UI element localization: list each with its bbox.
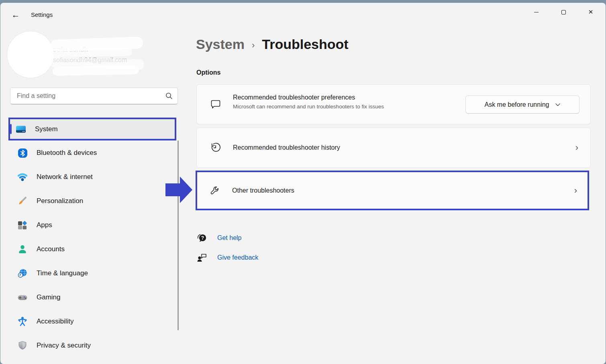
sidebar-item-label: System <box>35 125 58 133</box>
card-title: Other troubleshooters <box>232 187 294 194</box>
chevron-down-icon <box>555 103 560 106</box>
annotation-box-other-troubleshooters: Other troubleshooters › <box>196 171 589 210</box>
options-section-label: Options <box>196 69 220 76</box>
card-title: Recommended troubleshooter history <box>233 144 340 151</box>
privacy-security-icon <box>17 340 28 351</box>
wrench-icon <box>209 185 220 196</box>
sidebar-item-label: Bluetooth & devices <box>37 149 97 157</box>
search-icon <box>165 92 173 100</box>
sidebar-item-system[interactable]: System <box>10 119 175 139</box>
sidebar-item-bluetooth-devices[interactable]: Bluetooth & devices <box>10 143 176 163</box>
minimize-icon <box>534 12 539 12</box>
avatar[interactable] <box>7 31 54 78</box>
accounts-icon <box>17 244 28 254</box>
card-recommended-troubleshooter-preferences: Recommended troubleshooter preferences M… <box>196 84 591 124</box>
sidebar-item-accounts[interactable]: Accounts <box>10 240 176 259</box>
search-box <box>10 87 178 104</box>
give-feedback-row[interactable]: Give feedback <box>196 252 258 263</box>
sidebar-item-network-internet[interactable]: Network & internet <box>10 167 176 187</box>
sidebar-item-label: Time & language <box>37 269 88 277</box>
chevron-right-icon: › <box>575 142 578 153</box>
sidebar-item-label: Personalization <box>37 197 83 205</box>
get-help-link[interactable]: Get help <box>217 234 241 242</box>
gaming-icon <box>17 292 28 303</box>
sidebar-item-label: Accounts <box>37 245 65 253</box>
sidebar-item-label: Network & internet <box>37 173 93 181</box>
sidebar-item-gaming[interactable]: Gaming <box>10 288 176 307</box>
history-icon <box>210 142 221 153</box>
accessibility-icon <box>17 316 28 327</box>
app-title: Settings <box>31 11 53 18</box>
sidebar-item-time-language[interactable]: Time & language <box>10 264 176 283</box>
annotation-arrow <box>165 176 193 203</box>
sidebar-item-label: Privacy & security <box>37 342 91 350</box>
maximize-button[interactable] <box>554 5 573 19</box>
card-other-troubleshooters[interactable]: Other troubleshooters › <box>197 172 588 209</box>
sidebar-item-label: Gaming <box>37 293 61 301</box>
minimize-button[interactable] <box>527 5 545 19</box>
sidebar-item-personalization[interactable]: Personalization <box>10 191 176 211</box>
card-recommended-troubleshooter-history[interactable]: Recommended troubleshooter history › <box>196 128 591 168</box>
redaction-scribble <box>48 47 132 57</box>
page-title: Troubleshoot <box>262 37 348 52</box>
svg-text:?: ? <box>201 235 204 241</box>
card-subtitle: Microsoft can recommend and run troubles… <box>233 104 384 110</box>
back-button[interactable]: ← <box>9 9 22 20</box>
comment-icon <box>210 99 221 110</box>
sidebar-item-accessibility[interactable]: Accessibility <box>10 312 176 331</box>
sidebar-item-apps[interactable]: Apps <box>10 216 176 235</box>
settings-window: ← Settings ✕ sofia sondh sofiasondh94@gm… <box>0 3 606 364</box>
selected-indicator <box>10 124 12 134</box>
apps-icon <box>17 220 28 230</box>
close-button[interactable]: ✕ <box>582 5 600 19</box>
search-input[interactable] <box>17 92 165 100</box>
bluetooth-icon <box>17 148 28 158</box>
time-language-icon <box>17 268 28 279</box>
breadcrumb-system[interactable]: System <box>196 37 245 52</box>
chevron-right-icon: › <box>574 185 577 196</box>
annotation-box-system: System <box>8 118 176 140</box>
sidebar-item-label: Accessibility <box>37 317 74 325</box>
get-help-row[interactable]: ? Get help <box>196 232 241 244</box>
system-icon <box>16 124 26 134</box>
dropdown-value: Ask me before running <box>485 101 549 108</box>
give-feedback-icon <box>196 252 208 263</box>
sidebar-item-privacy-security[interactable]: Privacy & security <box>10 336 176 355</box>
redaction-scribble <box>53 65 139 76</box>
troubleshooter-preference-dropdown[interactable]: Ask me before running <box>465 96 579 114</box>
personalization-icon <box>17 196 28 206</box>
sidebar-scrollbar[interactable] <box>178 140 179 330</box>
maximize-icon <box>561 10 566 14</box>
give-feedback-link[interactable]: Give feedback <box>217 254 258 261</box>
network-icon <box>17 172 28 182</box>
card-title: Recommended troubleshooter preferences <box>233 94 384 101</box>
back-arrow-icon: ← <box>12 10 20 20</box>
breadcrumb: System › Troubleshoot <box>196 37 349 52</box>
sidebar-item-label: Apps <box>37 221 52 229</box>
close-icon: ✕ <box>588 8 594 16</box>
breadcrumb-separator-icon: › <box>252 39 255 51</box>
get-help-icon: ? <box>196 232 208 244</box>
